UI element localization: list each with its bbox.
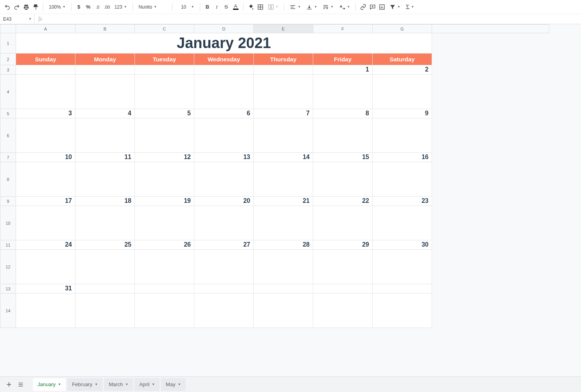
text-color-button[interactable]: A [231, 2, 240, 12]
formula-input[interactable] [46, 14, 581, 24]
separator [200, 3, 200, 11]
chevron-down-icon: ▼ [314, 5, 317, 9]
font-size-value: 10 [178, 4, 190, 10]
insert-link-button[interactable] [359, 2, 368, 12]
decrease-decimal-button[interactable]: .0 [93, 2, 102, 12]
chevron-down-icon: ▼ [191, 5, 194, 9]
chevron-down-icon: ▼ [154, 5, 157, 9]
chevron-down-icon: ▼ [276, 5, 279, 9]
zoom-value: 100% [49, 4, 61, 10]
separator [133, 3, 133, 11]
svg-rect-4 [271, 5, 273, 9]
separator [284, 3, 284, 11]
vertical-align-dropdown[interactable]: ▼ [304, 2, 319, 12]
chevron-down-icon: ▼ [63, 5, 66, 9]
print-button[interactable] [22, 2, 30, 12]
bold-button[interactable]: B [203, 2, 212, 12]
italic-button[interactable]: I [213, 2, 221, 12]
chevron-down-icon: ▼ [411, 5, 414, 9]
fill-color-button[interactable] [247, 2, 255, 12]
name-box-value: E43 [3, 16, 11, 22]
formula-bar-row: E43 ▼ fx [0, 14, 581, 24]
name-box[interactable]: E43 ▼ [0, 14, 34, 24]
font-name: Nunito [139, 4, 152, 10]
chevron-down-icon: ▼ [330, 5, 334, 9]
strikethrough-button[interactable]: S [222, 2, 231, 12]
chevron-down-icon: ▼ [298, 5, 301, 9]
text-color-indicator [233, 9, 238, 10]
toolbar: 100%▼ $ % .0 .00 123▼ Nunito▼ 10▼ B I S … [0, 0, 581, 14]
merge-cells-dropdown[interactable]: ▼ [265, 2, 281, 12]
text-wrap-dropdown[interactable]: ▼ [320, 2, 336, 12]
percent-button[interactable]: % [84, 2, 93, 12]
font-dropdown[interactable]: Nunito▼ [136, 2, 169, 12]
insert-comment-button[interactable] [368, 2, 377, 12]
insert-chart-button[interactable] [378, 2, 386, 12]
redo-button[interactable] [13, 2, 21, 12]
chevron-down-icon: ▼ [124, 5, 127, 9]
borders-button[interactable] [256, 2, 265, 12]
svg-rect-3 [269, 5, 271, 9]
separator [243, 3, 244, 11]
increase-decimal-button[interactable]: .00 [103, 2, 111, 12]
paint-format-button[interactable] [31, 2, 40, 12]
zoom-dropdown[interactable]: 100%▼ [47, 2, 68, 12]
separator [43, 3, 43, 11]
horizontal-align-dropdown[interactable]: ▼ [287, 2, 303, 12]
chevron-down-icon: ▼ [397, 5, 400, 9]
fx-icon: fx [34, 16, 46, 22]
font-size-dropdown[interactable]: 10▼ [176, 2, 197, 12]
chevron-down-icon: ▼ [29, 17, 32, 21]
chevron-down-icon: ▼ [347, 5, 350, 9]
undo-button[interactable] [3, 2, 12, 12]
text-rotation-dropdown[interactable]: ▼ [337, 2, 352, 12]
separator [355, 3, 356, 11]
currency-button[interactable]: $ [75, 2, 83, 12]
filter-dropdown[interactable]: ▼ [387, 2, 403, 12]
functions-dropdown[interactable]: Σ▼ [403, 2, 416, 12]
number-format-dropdown[interactable]: 123▼ [112, 2, 129, 12]
separator [71, 3, 72, 11]
number-format-label: 123 [115, 4, 122, 10]
separator [172, 3, 172, 11]
